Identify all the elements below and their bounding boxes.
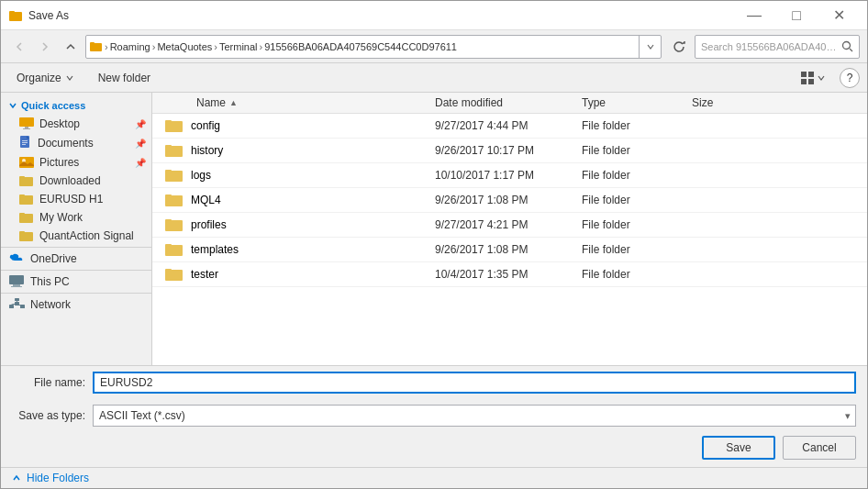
file-name: logs (191, 169, 211, 182)
actions-toolbar: Organize New folder ? (1, 63, 867, 93)
sidebar-divider-1 (1, 247, 151, 248)
main-content: Quick access Desktop 📌 (1, 93, 867, 365)
sidebar-item-quantaction[interactable]: QuantAction Signal (1, 227, 151, 245)
organize-button[interactable]: Organize (8, 68, 83, 88)
sidebar-divider-3 (1, 293, 151, 294)
file-type: File folder (574, 119, 684, 132)
file-list-header: Name ▲ Date modified Type Size (152, 93, 867, 114)
maximize-button[interactable]: □ (775, 1, 818, 30)
folder-icon (163, 240, 185, 259)
sidebar-item-thispc-label: This PC (30, 275, 70, 288)
breadcrumb: › Roaming › MetaQuotes › Terminal › 9155… (86, 36, 639, 58)
table-row[interactable]: config 9/27/2017 4:44 PM File folder (152, 114, 867, 139)
folder-icon (163, 117, 185, 135)
table-row[interactable]: templates 9/26/2017 1:08 PM File folder (152, 238, 867, 262)
quick-access-chevron-icon (8, 101, 17, 110)
help-button[interactable]: ? (840, 68, 860, 88)
col-header-size[interactable]: Size (684, 96, 758, 109)
sidebar-item-onedrive[interactable]: OneDrive (1, 250, 151, 268)
sidebar-item-thispc[interactable]: This PC (1, 272, 151, 291)
svg-rect-13 (22, 140, 28, 141)
svg-rect-11 (23, 128, 30, 129)
col-header-date[interactable]: Date modified (428, 96, 574, 109)
folder-icon (163, 166, 185, 184)
filename-input[interactable] (93, 372, 856, 394)
mywork-folder-icon (19, 211, 34, 224)
forward-icon (39, 41, 50, 52)
close-button[interactable]: ✕ (818, 1, 860, 30)
file-name: profiles (191, 218, 227, 231)
sidebar-item-downloaded[interactable]: Downloaded (1, 172, 151, 190)
address-bar[interactable]: › Roaming › MetaQuotes › Terminal › 9155… (85, 35, 662, 59)
savetype-select[interactable]: ASCII Text (*.csv)CSV (*.csv)Text (*.txt… (93, 405, 856, 427)
quick-access-label: Quick access (21, 100, 85, 111)
svg-rect-8 (808, 79, 814, 84)
file-name: tester (191, 268, 218, 281)
desktop-pin-icon: 📌 (135, 119, 146, 129)
save-as-dialog: Save As — □ ✕ › Roaming (0, 0, 868, 489)
hide-folders-toggle[interactable]: Hide Folders (1, 467, 867, 488)
address-dropdown-arrow[interactable] (639, 36, 661, 58)
table-row[interactable]: logs 10/10/2017 1:17 PM File folder (152, 163, 867, 188)
sidebar-item-quantaction-label: QuantAction Signal (39, 229, 134, 242)
file-name: config (191, 119, 220, 132)
hide-folders-label: Hide Folders (27, 472, 89, 484)
help-label: ? (847, 72, 853, 84)
view-toggle-button[interactable] (794, 67, 832, 89)
downloaded-folder-icon (19, 174, 34, 187)
svg-rect-28 (11, 286, 22, 287)
sidebar-item-network[interactable]: Network (1, 295, 151, 314)
file-name-cell: profiles (152, 216, 428, 234)
sidebar-item-eurusd[interactable]: EURUSD H1 (1, 190, 151, 208)
svg-rect-6 (808, 72, 814, 77)
breadcrumb-metaquotes: MetaQuotes (157, 41, 212, 52)
svg-rect-14 (22, 142, 28, 143)
refresh-button[interactable] (667, 35, 691, 59)
table-row[interactable]: history 9/26/2017 10:17 PM File folder (152, 139, 867, 163)
table-row[interactable]: profiles 9/27/2017 4:21 PM File folder (152, 213, 867, 238)
breadcrumb-terminal: Terminal (219, 41, 258, 52)
folder-icon (163, 141, 185, 160)
svg-rect-26 (9, 275, 24, 284)
file-date: 9/27/2017 4:21 PM (428, 218, 574, 231)
file-list: Name ▲ Date modified Type Size (152, 93, 867, 365)
table-row[interactable]: MQL4 9/26/2017 1:08 PM File folder (152, 188, 867, 213)
col-size-label: Size (692, 96, 713, 109)
sidebar-item-documents[interactable]: Documents 📌 (1, 133, 151, 153)
view-grid-icon (800, 71, 815, 85)
up-button[interactable] (60, 36, 82, 58)
desktop-icon (19, 117, 34, 130)
breadcrumb-id: 915566BA06ADA407569C544CC0D97611 (264, 41, 457, 52)
sidebar-item-pictures[interactable]: Pictures 📌 (1, 153, 151, 172)
sort-arrow-icon: ▲ (229, 98, 238, 107)
breadcrumb-sep3: › (214, 41, 217, 52)
svg-rect-43 (165, 194, 172, 197)
sidebar-item-mywork[interactable]: My Work (1, 208, 151, 227)
breadcrumb-roaming: Roaming (110, 41, 150, 52)
forward-button[interactable] (34, 36, 56, 58)
svg-rect-16 (19, 157, 34, 168)
col-header-type[interactable]: Type (574, 96, 684, 109)
svg-rect-37 (165, 120, 172, 123)
network-icon (8, 298, 25, 311)
search-icon (841, 40, 853, 52)
back-button[interactable] (8, 36, 30, 58)
table-row[interactable]: tester 10/4/2017 1:35 PM File folder (152, 262, 867, 287)
file-type: File folder (574, 194, 684, 206)
file-type: File folder (574, 169, 684, 182)
search-box[interactable]: Search 915566BA06ADA40756... (695, 35, 860, 59)
sidebar-item-desktop[interactable]: Desktop 📌 (1, 115, 151, 133)
minimize-button[interactable]: — (733, 1, 775, 30)
sidebar-quick-access-header[interactable]: Quick access (1, 96, 151, 115)
cancel-button[interactable]: Cancel (783, 436, 856, 460)
organize-label: Organize (17, 72, 61, 84)
new-folder-button[interactable]: New folder (90, 68, 159, 88)
file-date: 9/26/2017 1:08 PM (428, 194, 574, 206)
file-folder-svg (165, 118, 184, 133)
save-button[interactable]: Save (702, 436, 775, 460)
sidebar-divider-2 (1, 270, 151, 271)
col-date-label: Date modified (435, 96, 503, 109)
col-header-name[interactable]: Name ▲ (152, 96, 428, 109)
file-name-cell: history (152, 141, 428, 160)
file-name-cell: config (152, 117, 428, 135)
